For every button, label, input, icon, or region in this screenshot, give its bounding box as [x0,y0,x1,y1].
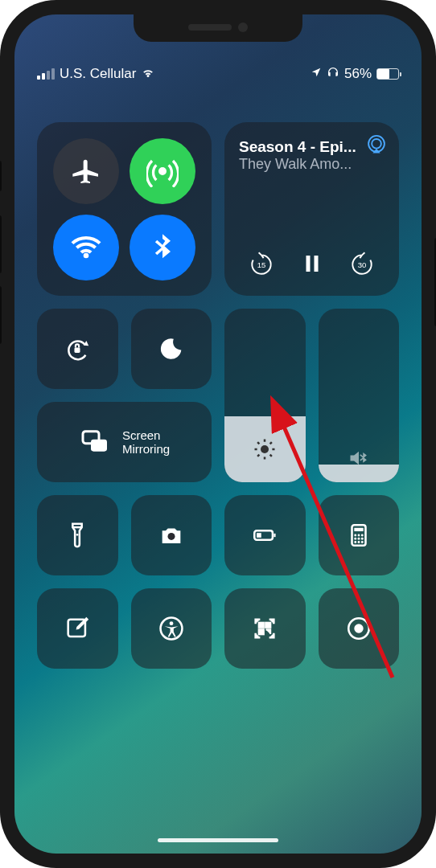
low-power-tile[interactable] [224,495,306,575]
battery-icon [251,522,278,549]
svg-point-7 [261,445,269,453]
svg-rect-22 [257,533,261,538]
compose-icon [64,615,91,642]
battery-icon [376,68,399,80]
airplay-icon[interactable] [365,133,388,156]
screen-mirroring-tile[interactable]: Screen Mirroring [37,402,212,482]
media-subtitle: They Walk Amo... [239,156,385,173]
svg-point-41 [354,624,363,633]
volume-bluetooth-icon [348,447,370,469]
cellular-signal-icon [37,68,55,80]
camera-tile[interactable] [131,495,212,575]
wifi-icon [141,65,155,84]
svg-rect-38 [266,623,271,628]
accessibility-icon [158,615,185,642]
moon-icon [158,335,185,362]
calculator-icon [345,522,372,549]
brightness-icon [253,437,277,461]
battery-percent-label: 56% [344,66,372,82]
volume-down-button [0,286,2,344]
screen-mirroring-label: Screen Mirroring [122,428,170,457]
volume-slider[interactable] [319,309,400,482]
svg-point-18 [76,534,79,536]
calculator-tile[interactable] [319,495,400,575]
accessibility-tile[interactable] [131,588,212,669]
notes-tile[interactable] [37,588,118,669]
status-bar: U.S. Cellular 56% [37,56,399,92]
svg-rect-6 [75,348,80,353]
control-center: Season 4 - Epi... They Walk Amo... 15 30 [37,122,399,669]
svg-point-30 [361,538,364,540]
svg-rect-39 [259,629,264,634]
svg-point-31 [354,541,356,543]
svg-line-13 [270,455,272,457]
orientation-lock-icon [64,335,91,362]
skip-back-button[interactable]: 15 [244,246,279,281]
skip-forward-button[interactable]: 30 [344,246,380,281]
svg-rect-17 [91,440,107,452]
media-controls: 15 30 [239,246,385,285]
carrier-label: U.S. Cellular [60,66,136,82]
svg-point-26 [357,534,360,537]
media-title: Season 4 - Epi... [239,138,385,156]
play-pause-button[interactable] [294,246,330,281]
camera-icon [158,522,185,549]
svg-rect-37 [259,623,264,628]
wifi-toggle[interactable] [53,215,119,280]
svg-point-0 [372,139,381,149]
brightness-slider[interactable] [224,309,306,482]
svg-point-25 [354,534,356,537]
home-indicator[interactable] [158,838,278,842]
svg-line-15 [270,442,272,444]
wifi-icon [70,231,102,264]
svg-point-36 [169,621,173,625]
location-icon [311,66,322,82]
headphones-icon [327,66,339,83]
svg-rect-3 [306,256,310,272]
bluetooth-toggle[interactable] [130,215,195,280]
volume-up-button [0,215,2,273]
ringer-switch [0,161,2,191]
do-not-disturb-tile[interactable] [131,309,212,389]
screen: U.S. Cellular 56% [14,14,422,854]
airplane-icon [70,155,102,187]
bluetooth-icon [146,231,179,264]
svg-text:15: 15 [257,260,266,269]
cellular-data-toggle[interactable] [130,138,195,204]
airplane-mode-toggle[interactable] [53,138,119,204]
screen-mirroring-icon [79,426,111,458]
phone-frame: U.S. Cellular 56% [0,0,436,868]
svg-point-29 [357,538,360,540]
svg-point-33 [361,541,364,543]
svg-rect-4 [314,256,318,272]
svg-line-12 [257,442,259,444]
flashlight-icon [64,522,91,549]
cellular-antenna-icon [146,155,179,187]
svg-point-19 [167,533,175,540]
orientation-lock-tile[interactable] [37,309,118,389]
media-panel[interactable]: Season 4 - Epi... They Walk Amo... 15 30 [224,122,399,296]
notch [134,14,302,42]
svg-point-32 [357,541,360,543]
connectivity-panel[interactable] [37,122,212,296]
svg-text:30: 30 [358,260,367,269]
flashlight-tile[interactable] [37,495,118,575]
record-icon [345,615,372,642]
svg-rect-24 [354,528,363,531]
svg-line-14 [257,455,259,457]
svg-point-28 [354,538,356,540]
svg-point-27 [361,534,364,537]
screen-record-tile[interactable] [319,588,400,669]
qr-scan-tile[interactable] [224,588,306,669]
qr-code-icon [251,615,278,642]
svg-rect-21 [274,534,276,537]
